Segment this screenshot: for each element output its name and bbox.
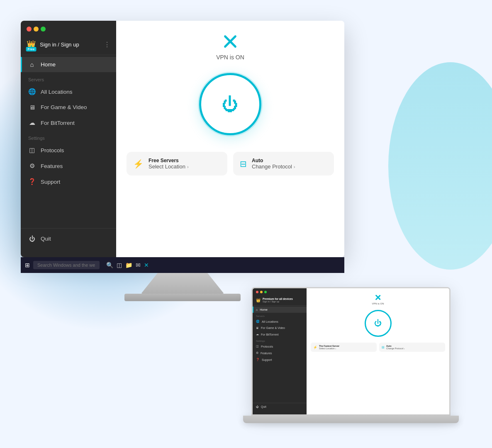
free-badge: Free (26, 47, 37, 51)
mini-nav-protocols[interactable]: ◫ Protocols (253, 343, 307, 350)
settings-section-label: Settings (21, 131, 116, 142)
taskbar-file-explorer-icon[interactable]: 📁 (125, 262, 132, 268)
free-servers-subtitle: Select Location › (149, 163, 189, 170)
auto-protocol-title: Auto (252, 158, 295, 163)
start-button[interactable]: ⊞ (25, 262, 30, 268)
quit-button[interactable]: ⏻ Quit (28, 233, 109, 245)
mini-signin-label: Sign in / Sign up (263, 300, 293, 303)
background-circle-right (388, 62, 492, 270)
mini-nav-bittorrent[interactable]: ☁ For BitTorrent (253, 331, 307, 338)
auto-protocol-subtitle: Change Protocol › (252, 163, 295, 170)
taskbar-task-view-icon[interactable]: ◫ (117, 262, 122, 268)
mini-features-label: Features (261, 352, 272, 355)
free-servers-content: Free Servers Select Location › (149, 158, 189, 170)
title-bar (21, 21, 116, 36)
mini-main: VPN is ON ⏻ ⚡ The Fastest Server Select … (307, 288, 449, 414)
protocol-icon: ⊟ (240, 159, 247, 169)
sidebar-item-support-label: Support (41, 179, 60, 185)
taskbar-search-input[interactable] (33, 261, 100, 269)
mini-auto-protocol-card[interactable]: ⊟ Auto Change Protocol › (379, 343, 445, 352)
mini-support-label: Support (262, 358, 272, 361)
close-window-button[interactable] (27, 27, 32, 32)
auto-protocol-content: Auto Change Protocol › (252, 158, 295, 170)
servers-section-label: Servers (21, 72, 116, 84)
mini-features-icon: ⚙ (256, 351, 258, 355)
sidebar-item-home[interactable]: ⌂ Home (21, 57, 116, 72)
vpn-logo (222, 33, 239, 50)
mini-protocol-icon: ⊟ (382, 346, 385, 349)
mini-nav-game-video[interactable]: 🖥 For Game & Video (253, 325, 307, 331)
mini-user-info: Premium for all devices Sign in / Sign u… (263, 297, 293, 303)
menu-dots-button[interactable]: ⋮ (104, 41, 110, 49)
mini-fastest-subtitle: Select Location › (319, 347, 339, 350)
user-section: 👑 Free Sign in / Sign up ⋮ (21, 36, 116, 55)
features-icon: ⚙ (28, 162, 36, 170)
sidebar-item-game-video-label: For Game & Video (41, 104, 87, 110)
mini-vpn-status: VPN is ON (372, 302, 384, 305)
mini-maximize-dot (264, 291, 267, 293)
mini-nav-support[interactable]: ❓ Support (253, 356, 307, 363)
mini-minimize-dot (260, 291, 263, 293)
mini-premium-label: Premium for all devices (263, 297, 293, 300)
mini-home-label: Home (260, 308, 268, 311)
torrent-icon: ☁ (28, 119, 36, 127)
mini-auto-content: Auto Change Protocol › (386, 345, 404, 350)
sidebar-item-all-locations-label: All Locations (41, 89, 73, 95)
mini-bittorrent-label: For BitTorrent (261, 333, 278, 336)
mini-game-icon: 🖥 (256, 326, 259, 329)
globe-icon: 🌐 (28, 88, 36, 95)
sidebar-item-features[interactable]: ⚙ Features (21, 158, 116, 174)
free-servers-chevron: › (187, 164, 189, 169)
mini-protocols-label: Protocols (261, 345, 273, 348)
mini-nav-all-locations[interactable]: 🌐 All Locations (253, 318, 307, 325)
sidebar-item-support[interactable]: ❓ Support (21, 174, 116, 190)
sidebar-item-game-video[interactable]: 🖥 For Game & Video (21, 100, 116, 115)
mini-title-bar (253, 288, 307, 296)
mini-auto-subtitle: Change Protocol › (386, 347, 404, 350)
protocols-icon: ◫ (28, 146, 36, 154)
sidebar-item-all-locations[interactable]: 🌐 All Locations (21, 84, 116, 100)
taskbar: ⊞ 🔍 ◫ 📁 ✉ ✕ (21, 257, 344, 273)
monitor-base (124, 294, 241, 301)
auto-protocol-chevron: › (294, 164, 295, 169)
mini-power-button[interactable]: ⏻ (365, 310, 392, 337)
mini-settings-label: Settings (253, 338, 307, 343)
sidebar-item-bittorrent[interactable]: ☁ For BitTorrent (21, 115, 116, 131)
quit-icon: ⏻ (28, 235, 36, 242)
sidebar-item-features-label: Features (41, 163, 63, 169)
mini-lightning-icon: ⚡ (313, 346, 317, 349)
bottom-cards: ⚡ Free Servers Select Location › ⊟ Auto (127, 152, 334, 175)
power-button[interactable]: ⏻ (199, 73, 261, 135)
sidebar-footer: ⏻ Quit (21, 228, 116, 249)
laptop-keyboard (243, 416, 459, 423)
maximize-window-button[interactable] (41, 27, 46, 32)
sidebar-item-bittorrent-label: For BitTorrent (41, 120, 75, 126)
free-servers-title: Free Servers (149, 158, 189, 163)
app-main: VPN is ON ⏻ ⚡ Free Servers Select Locati… (116, 21, 344, 257)
sidebar-item-protocols-label: Protocols (41, 147, 64, 153)
mini-cards: ⚡ The Fastest Server Select Location › ⊟… (311, 343, 445, 352)
free-servers-card[interactable]: ⚡ Free Servers Select Location › (127, 152, 227, 175)
taskbar-icons: 🔍 ◫ 📁 ✉ ✕ (106, 262, 149, 268)
mini-globe-icon: 🌐 (256, 320, 260, 323)
auto-protocol-card[interactable]: ⊟ Auto Change Protocol › (233, 152, 334, 175)
laptop-screen: 👑 Premium for all devices Sign in / Sign… (251, 287, 451, 416)
lightning-icon: ⚡ (133, 159, 144, 169)
mini-nav-features[interactable]: ⚙ Features (253, 350, 307, 356)
power-icon: ⏻ (222, 95, 239, 114)
mini-home-icon: ⌂ (256, 308, 258, 311)
mini-nav-home[interactable]: ⌂ Home (253, 307, 307, 313)
game-icon: 🖥 (28, 104, 36, 111)
taskbar-vpn-icon[interactable]: ✕ (144, 262, 149, 268)
taskbar-search-icon[interactable]: 🔍 (106, 262, 113, 268)
sidebar-item-protocols[interactable]: ◫ Protocols (21, 142, 116, 158)
taskbar-mail-icon[interactable]: ✉ (136, 262, 141, 268)
minimize-window-button[interactable] (34, 27, 39, 32)
mini-fastest-server-card[interactable]: ⚡ The Fastest Server Select Location › (311, 343, 377, 352)
mini-game-video-label: For Game & Video (261, 326, 285, 329)
app-sidebar: 👑 Free Sign in / Sign up ⋮ ⌂ Home Server… (21, 21, 116, 257)
quit-label: Quit (41, 236, 51, 242)
sidebar-item-home-label: Home (41, 61, 56, 68)
mini-sidebar: 👑 Premium for all devices Sign in / Sign… (253, 288, 307, 414)
mini-torrent-icon: ☁ (256, 333, 259, 336)
